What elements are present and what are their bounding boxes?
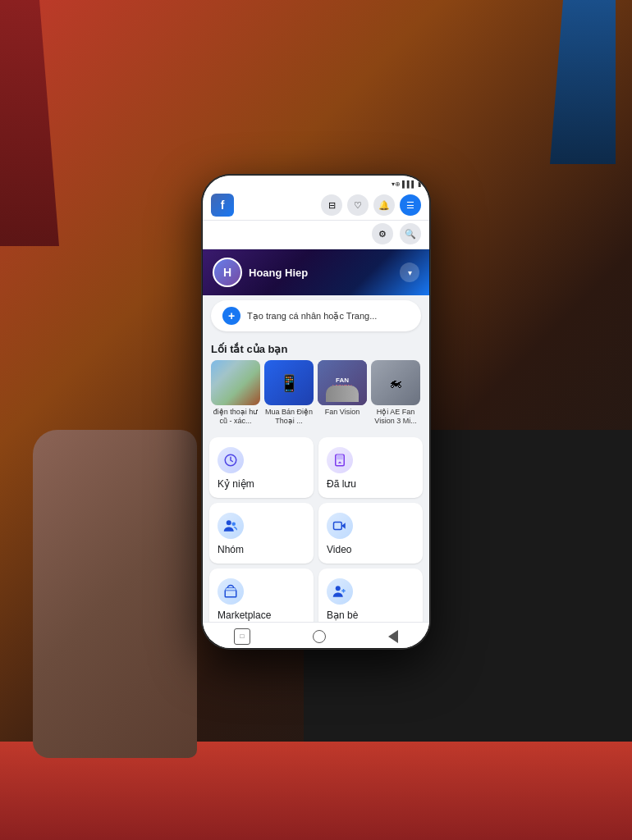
bell-icon: 🔔 xyxy=(378,200,390,211)
hand-background xyxy=(33,430,197,758)
menu-label-friends: Bạn bè xyxy=(327,609,358,621)
profile-left: H Hoang Hiep xyxy=(213,258,308,287)
chair-right xyxy=(550,0,616,164)
svg-point-5 xyxy=(232,522,236,526)
shortcut-label-hoi-ae: Hội AE Fan Vision 3 Mi... xyxy=(371,408,420,426)
menu-item-marketplace[interactable]: Marketplace xyxy=(209,568,314,622)
menu-label-groups: Nhóm xyxy=(218,544,244,555)
shortcut-img-mua-ban: 📱 xyxy=(264,360,314,405)
search-icon: 🔍 xyxy=(405,229,416,240)
heart-button[interactable]: ♡ xyxy=(347,194,369,216)
profile-section: H Hoang Hiep ▾ xyxy=(203,249,429,295)
friends-icon xyxy=(327,578,353,605)
svg-rect-6 xyxy=(334,522,342,529)
facebook-header: f ⊟ ♡ 🔔 ☰ xyxy=(203,190,429,221)
status-icons: ▾⊕ ▌▌▌ ▮ xyxy=(392,180,421,188)
shortcuts-section: Lối tắt của bạn điện thoại hư cũ - xác..… xyxy=(203,336,429,432)
svg-rect-2 xyxy=(337,454,343,459)
shortcut-img-fan-vision: FAN VISION xyxy=(318,360,367,405)
battery-icon: ▮ xyxy=(418,180,421,188)
menu-item-groups[interactable]: Nhóm xyxy=(209,503,314,564)
heart-icon: ♡ xyxy=(354,200,362,211)
video-icon xyxy=(327,513,353,539)
menu-label-memories: Kỷ niệm xyxy=(218,478,254,490)
svg-rect-8 xyxy=(225,590,236,596)
facebook-header2: ⚙ 🔍 xyxy=(203,221,429,249)
plus-icon: + xyxy=(222,307,240,325)
shortcut-label-mua-ban: Mua Bán Điện Thoại ... xyxy=(264,408,314,426)
signal-bars: ▌▌▌ xyxy=(402,180,416,188)
svg-point-4 xyxy=(227,520,231,525)
profile-name: Hoang Hiep xyxy=(249,267,308,279)
avatar[interactable]: H xyxy=(213,258,242,287)
menu-item-friends[interactable]: Bạn bè xyxy=(318,568,423,622)
chevron-down-icon: ▾ xyxy=(408,268,412,277)
shortcut-item-mua-ban[interactable]: 📱 Mua Bán Điện Thoại ... xyxy=(264,360,314,426)
memories-icon xyxy=(218,447,244,473)
svg-marker-3 xyxy=(338,461,342,463)
search-button[interactable]: 🔍 xyxy=(400,223,421,244)
menu-label-saved: Đã lưu xyxy=(327,478,356,490)
shortcut-img-hoi-ae: 🏍 xyxy=(371,360,420,405)
menu-label-marketplace: Marketplace xyxy=(218,609,271,621)
create-page-label: Tạo trang cá nhân hoặc Trang... xyxy=(247,311,377,322)
notification-button[interactable]: 🔔 xyxy=(373,194,395,216)
shortcut-item-hoi-ae[interactable]: 🏍 Hội AE Fan Vision 3 Mi... xyxy=(371,360,420,426)
menu-item-video[interactable]: Video xyxy=(318,503,423,564)
menu-grid: Kỷ niệm Đã lưu Nhóm xyxy=(203,432,429,622)
wifi-icon: ▾⊕ xyxy=(392,180,401,188)
facebook-logo: f xyxy=(211,194,234,217)
menu-item-memories[interactable]: Kỷ niệm xyxy=(209,437,314,498)
shortcut-label-fan-vision: Fan Vision xyxy=(325,408,360,417)
back-triangle-button[interactable] xyxy=(388,630,398,643)
shortcut-item-fan-vision[interactable]: FAN VISION Fan Vision xyxy=(318,360,367,426)
shortcuts-row: điện thoại hư cũ - xác... 📱 Mua Bán Điện… xyxy=(211,360,421,429)
header-icons: ⊟ ♡ 🔔 ☰ xyxy=(321,194,421,216)
shortcuts-title: Lối tắt của bạn xyxy=(211,343,421,355)
status-bar: ▾⊕ ▌▌▌ ▮ xyxy=(203,176,429,190)
shortcut-item-dien-thoai[interactable]: điện thoại hư cũ - xác... xyxy=(211,360,260,426)
create-page-button[interactable]: + Tạo trang cá nhân hoặc Trang... xyxy=(211,300,421,331)
phone-screen: ▾⊕ ▌▌▌ ▮ f ⊟ ♡ 🔔 ☰ xyxy=(203,176,429,648)
settings-button[interactable]: ⚙ xyxy=(372,223,393,244)
menu-label-video: Video xyxy=(327,544,351,555)
scroll-content[interactable]: H Hoang Hiep ▾ + Tạo trang cá nhân hoặc … xyxy=(203,249,429,622)
groups-icon xyxy=(218,513,244,539)
chair-left xyxy=(0,0,98,246)
svg-point-9 xyxy=(336,586,341,591)
store-button[interactable]: ⊟ xyxy=(321,194,342,216)
shortcut-label-dien-thoai: điện thoại hư cũ - xác... xyxy=(211,408,260,426)
shortcut-img-dien-thoai xyxy=(211,360,260,405)
settings-icon: ⚙ xyxy=(378,229,387,240)
home-circle-button[interactable] xyxy=(313,630,326,643)
menu-button[interactable]: ☰ xyxy=(400,194,421,216)
phone-device: ▾⊕ ▌▌▌ ▮ f ⊟ ♡ 🔔 ☰ xyxy=(201,174,431,650)
saved-icon xyxy=(327,447,353,473)
profile-chevron-button[interactable]: ▾ xyxy=(400,262,419,282)
square-nav-icon: □ xyxy=(240,632,245,640)
menu-icon: ☰ xyxy=(406,200,414,211)
menu-item-saved[interactable]: Đã lưu xyxy=(318,437,423,498)
back-square-button[interactable]: □ xyxy=(234,628,250,645)
marketplace-icon xyxy=(218,578,244,605)
store-icon: ⊟ xyxy=(328,200,336,211)
phone-nav-bar: □ xyxy=(203,622,429,648)
